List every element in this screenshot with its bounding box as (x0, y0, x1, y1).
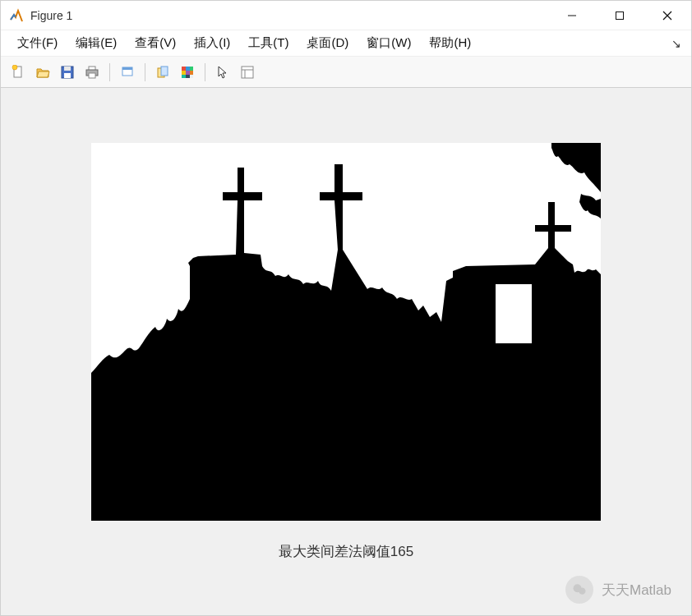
new-file-icon[interactable] (7, 62, 29, 83)
figure-area: 最大类间差法阈值165 天天Matlab (1, 88, 691, 615)
svg-rect-21 (190, 71, 193, 75)
svg-rect-25 (242, 67, 253, 78)
menu-desktop[interactable]: 桌面(D) (300, 34, 355, 53)
svg-rect-16 (182, 67, 186, 71)
menu-overflow-icon[interactable]: ↘ (671, 37, 681, 50)
titlebar: Figure 1 (1, 1, 691, 30)
toolbar (1, 57, 691, 88)
svg-rect-11 (89, 73, 95, 78)
maximize-button[interactable] (596, 1, 644, 30)
minimize-button[interactable] (548, 1, 596, 30)
matlab-icon (9, 8, 24, 23)
figure-window: Figure 1 文件(F) 编辑(E) 查看(V) 插入(I) 工具(T) 桌… (0, 0, 692, 616)
color-grid-icon[interactable] (177, 62, 198, 83)
rotate-icon[interactable] (152, 62, 173, 83)
wechat-icon (565, 576, 593, 604)
menu-window[interactable]: 窗口(W) (360, 34, 418, 53)
svg-rect-29 (496, 284, 532, 343)
data-cursor-icon[interactable] (117, 62, 138, 83)
menu-help[interactable]: 帮助(H) (422, 34, 477, 53)
menu-insert[interactable]: 插入(I) (187, 34, 237, 53)
close-button[interactable] (644, 1, 691, 30)
svg-rect-19 (182, 71, 186, 75)
svg-rect-13 (122, 67, 132, 70)
window-title: Figure 1 (30, 9, 72, 22)
plot-image (91, 143, 601, 521)
svg-rect-17 (186, 67, 190, 71)
figure-caption: 最大类间差法阈值165 (279, 542, 413, 561)
toolbar-separator (109, 63, 110, 81)
open-folder-icon[interactable] (32, 62, 53, 83)
menu-tools[interactable]: 工具(T) (242, 34, 295, 53)
svg-rect-23 (186, 75, 190, 78)
menu-view[interactable]: 查看(V) (128, 34, 182, 53)
svg-rect-20 (186, 71, 190, 75)
menu-file[interactable]: 文件(F) (11, 34, 64, 53)
svg-rect-15 (161, 67, 168, 76)
svg-point-31 (579, 588, 585, 595)
svg-rect-24 (190, 75, 193, 78)
print-icon[interactable] (81, 62, 103, 83)
window-controls (548, 1, 691, 30)
svg-rect-18 (190, 67, 193, 71)
pointer-icon[interactable] (212, 62, 233, 83)
svg-rect-22 (182, 75, 186, 78)
svg-point-5 (12, 65, 17, 70)
toolbar-separator (205, 63, 205, 81)
svg-rect-8 (64, 73, 71, 78)
watermark-text: 天天Matlab (602, 581, 671, 600)
svg-rect-7 (64, 67, 71, 71)
svg-rect-1 (616, 11, 624, 19)
save-icon[interactable] (57, 62, 78, 83)
properties-icon[interactable] (237, 62, 258, 83)
menubar: 文件(F) 编辑(E) 查看(V) 插入(I) 工具(T) 桌面(D) 窗口(W… (1, 30, 691, 57)
menu-edit[interactable]: 编辑(E) (69, 34, 123, 53)
watermark: 天天Matlab (565, 576, 671, 604)
toolbar-separator (145, 63, 145, 81)
